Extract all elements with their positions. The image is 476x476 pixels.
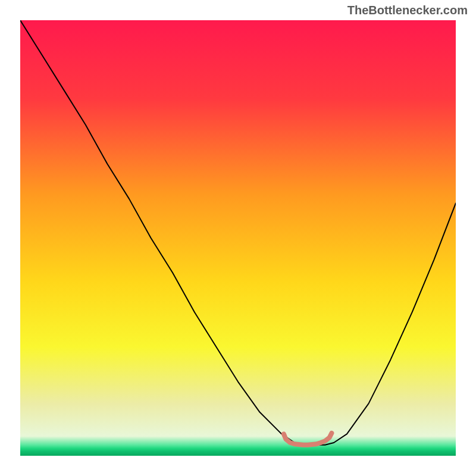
gradient-background (20, 20, 456, 456)
chart-plot (20, 20, 456, 456)
chart-frame (20, 20, 456, 456)
watermark-text: TheBottlenecker.com (347, 4, 468, 17)
